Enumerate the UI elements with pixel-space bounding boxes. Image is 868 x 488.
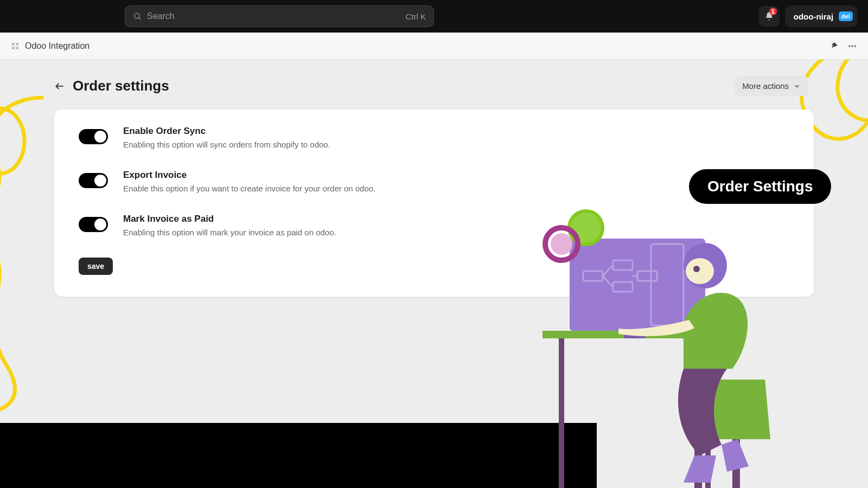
setting-description: Enabling this option will mark your invo…	[123, 228, 336, 237]
search-shortcut: Ctrl K	[406, 12, 426, 21]
page-header: Order settings More actions	[0, 60, 868, 107]
svg-point-8	[854, 45, 856, 47]
save-button[interactable]: save	[79, 258, 113, 275]
svg-point-32	[693, 266, 700, 272]
promo-badge: Order Settings	[689, 169, 831, 204]
search-box[interactable]: Ctrl K	[125, 5, 434, 27]
setting-title: Mark Invoice as Paid	[123, 214, 336, 224]
svg-point-10	[0, 108, 24, 174]
notification-badge: 1	[769, 8, 777, 15]
svg-point-27	[551, 233, 572, 255]
breadcrumb[interactable]: Odoo Integration	[25, 41, 90, 51]
svg-rect-5	[16, 47, 18, 49]
top-bar: Ctrl K 1 odoo-niraj del	[0, 0, 868, 33]
more-actions-button[interactable]: More actions	[735, 76, 808, 96]
back-arrow-icon[interactable]	[54, 81, 65, 92]
page-title: Order settings	[73, 78, 169, 94]
toggle-enable-order-sync[interactable]	[79, 129, 108, 144]
more-actions-label: More actions	[742, 81, 789, 91]
breadcrumb-bar: Odoo Integration	[0, 33, 868, 60]
svg-rect-4	[12, 47, 15, 49]
setting-description: Enable this option if you want to create…	[123, 184, 375, 193]
chevron-down-icon	[793, 82, 801, 90]
search-icon	[133, 12, 142, 21]
decorative-illustration	[532, 206, 825, 488]
svg-point-0	[135, 14, 139, 18]
setting-title: Export Invoice	[123, 170, 375, 181]
pin-icon[interactable]	[829, 41, 839, 51]
toggle-mark-invoice-paid[interactable]	[79, 217, 108, 232]
toggle-export-invoice[interactable]	[79, 173, 108, 188]
user-menu[interactable]: odoo-niraj del	[785, 5, 857, 27]
setting-enable-order-sync: Enable Order Sync Enabling this option w…	[79, 126, 789, 149]
user-tag: del	[839, 11, 853, 21]
app-icon	[11, 42, 20, 50]
svg-point-31	[686, 258, 714, 284]
notifications-button[interactable]: 1	[759, 6, 780, 27]
svg-point-6	[848, 45, 850, 47]
user-name: odoo-niraj	[794, 12, 833, 21]
search-input[interactable]	[147, 11, 406, 21]
svg-rect-12	[559, 338, 564, 488]
more-icon[interactable]	[847, 41, 857, 51]
setting-title: Enable Order Sync	[123, 126, 330, 137]
setting-description: Enabling this option will sync orders fr…	[123, 140, 330, 149]
setting-export-invoice: Export Invoice Enable this option if you…	[79, 170, 789, 193]
decorative-bottom-bar	[0, 423, 597, 488]
svg-rect-14	[570, 239, 705, 331]
svg-line-1	[139, 18, 141, 20]
svg-rect-3	[16, 43, 18, 46]
svg-point-7	[852, 45, 853, 47]
svg-rect-2	[12, 43, 15, 46]
